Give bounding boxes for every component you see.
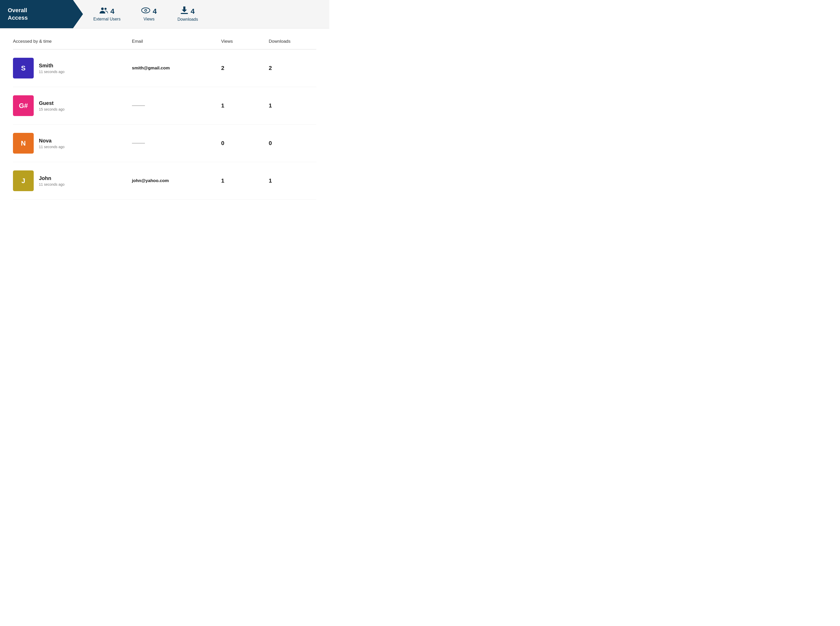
downloads-count: 1 (268, 177, 316, 184)
table-row: JJohn11 seconds agojohn@yahoo.com11 (13, 162, 316, 200)
table-row: SSmith11 seconds agosmith@gmail.com22 (13, 50, 316, 87)
user-name: Nova (39, 138, 64, 144)
svg-marker-6 (182, 6, 187, 12)
stat-label: Views (144, 17, 154, 22)
user-time: 11 seconds ago (39, 182, 64, 186)
views-count: 0 (221, 140, 269, 147)
overall-access-label: Overall Access (8, 7, 28, 22)
views-count: 1 (221, 102, 269, 109)
external-users-icon (100, 7, 108, 16)
user-name-block: Guest15 seconds ago (39, 100, 64, 111)
stat-label: External Users (93, 17, 121, 22)
avatar: J (13, 171, 34, 191)
user-info-cell: SSmith11 seconds ago (13, 58, 132, 78)
user-info-cell: JJohn11 seconds ago (13, 171, 132, 191)
svg-rect-5 (181, 13, 188, 14)
table-row: G#Guest15 seconds ago11 (13, 87, 316, 125)
svg-point-4 (145, 10, 146, 11)
user-time: 11 seconds ago (39, 145, 64, 149)
column-header-accessed-by-and-time: Accessed by & time (13, 39, 132, 44)
user-name-block: Nova11 seconds ago (39, 138, 64, 149)
table-header: Accessed by & timeEmailViewsDownloads (13, 39, 316, 50)
stat-item-views: 4 Views (141, 7, 157, 22)
header: Overall Access 4 External Users 4 (0, 0, 329, 28)
views-count: 2 (221, 65, 269, 72)
email-cell (132, 143, 221, 144)
stat-number: 4 (190, 7, 195, 16)
avatar: S (13, 58, 34, 78)
table-container: Accessed by & timeEmailViewsDownloads SS… (0, 28, 329, 210)
avatar: G# (13, 95, 34, 116)
downloads-count: 1 (268, 102, 316, 109)
column-header-email: Email (132, 39, 221, 44)
stat-item-external-users: 4 External Users (93, 7, 121, 22)
header-stats: 4 External Users 4 Views 4 Downloads (83, 6, 329, 22)
svg-point-0 (101, 8, 104, 10)
stat-number: 4 (110, 7, 115, 16)
downloads-icon (181, 6, 188, 16)
overall-access-badge: Overall Access (0, 0, 83, 28)
views-icon (141, 7, 150, 16)
table-row: NNova11 seconds ago00 (13, 125, 316, 162)
stat-number: 4 (153, 7, 157, 16)
email-dash (132, 105, 145, 106)
column-header-downloads: Downloads (268, 39, 316, 44)
user-name: John (39, 175, 64, 181)
downloads-count: 2 (268, 65, 316, 72)
user-name-block: Smith11 seconds ago (39, 63, 64, 74)
user-time: 11 seconds ago (39, 70, 64, 74)
email-cell (132, 105, 221, 106)
stat-label: Downloads (177, 17, 198, 22)
svg-point-1 (105, 8, 107, 10)
email-cell: john@yahoo.com (132, 178, 221, 183)
user-info-cell: G#Guest15 seconds ago (13, 95, 132, 116)
user-name: Smith (39, 63, 64, 69)
avatar: N (13, 133, 34, 153)
user-info-cell: NNova11 seconds ago (13, 133, 132, 153)
email-cell: smith@gmail.com (132, 66, 221, 71)
user-name-block: John11 seconds ago (39, 175, 64, 186)
email-dash (132, 143, 145, 144)
views-count: 1 (221, 177, 269, 184)
user-name: Guest (39, 100, 64, 106)
user-time: 15 seconds ago (39, 107, 64, 111)
table-body: SSmith11 seconds agosmith@gmail.com22G#G… (13, 50, 316, 200)
downloads-count: 0 (268, 140, 316, 147)
stat-item-downloads: 4 Downloads (177, 6, 198, 22)
column-header-views: Views (221, 39, 269, 44)
